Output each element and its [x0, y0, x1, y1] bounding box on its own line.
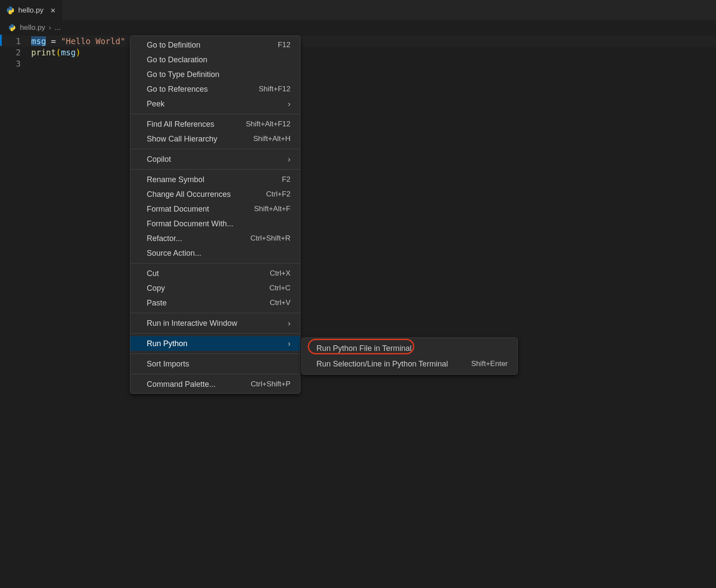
menu-paste[interactable]: PasteCtrl+V [130, 296, 300, 310]
menu-goto-declaration[interactable]: Go to Declaration [130, 52, 300, 67]
chevron-right-icon: › [288, 155, 290, 164]
menu-copy[interactable]: CopyCtrl+C [130, 281, 300, 296]
menu-separator [130, 169, 300, 170]
menu-run-python[interactable]: Run Python› [130, 336, 300, 351]
menu-goto-type-definition[interactable]: Go to Type Definition [130, 67, 300, 82]
run-python-submenu: Run Python File in Terminal Run Selectio… [301, 337, 518, 375]
menu-format-document[interactable]: Format DocumentShift+Alt+F [130, 202, 300, 216]
python-icon [8, 23, 16, 32]
tab-hello-py[interactable]: hello.py × [0, 0, 63, 20]
menu-find-all-references[interactable]: Find All ReferencesShift+Alt+F12 [130, 117, 300, 132]
chevron-right-icon: › [288, 339, 290, 348]
submenu-run-file-in-terminal[interactable]: Run Python File in Terminal [302, 341, 517, 356]
menu-goto-definition[interactable]: Go to DefinitionF12 [130, 38, 300, 52]
tab-bar: hello.py × [0, 0, 716, 21]
submenu-run-selection-in-terminal[interactable]: Run Selection/Line in Python Terminal Sh… [302, 356, 517, 372]
menu-source-action[interactable]: Source Action... [130, 246, 300, 260]
menu-peek[interactable]: Peek› [130, 96, 300, 111]
code-editor[interactable]: 1 msg = "Hello World" 2 print(msg) 3 [0, 35, 716, 69]
menu-run-interactive-window[interactable]: Run in Interactive Window› [130, 316, 300, 331]
line-number: 2 [0, 47, 31, 58]
code-line-3[interactable]: 3 [0, 58, 716, 69]
line-number: 3 [0, 58, 31, 69]
menu-show-call-hierarchy[interactable]: Show Call HierarchyShift+Alt+H [130, 132, 300, 146]
code-line-1[interactable]: 1 msg = "Hello World" [0, 35, 716, 47]
menu-separator [130, 353, 300, 354]
line-number: 1 [0, 35, 31, 47]
menu-rename-symbol[interactable]: Rename SymbolF2 [130, 172, 300, 187]
menu-cut[interactable]: CutCtrl+X [130, 266, 300, 281]
menu-separator [130, 263, 300, 263]
python-icon [6, 6, 15, 15]
context-menu: Go to DefinitionF12 Go to Declaration Go… [130, 35, 300, 394]
menu-goto-references[interactable]: Go to ReferencesShift+F12 [130, 82, 300, 96]
menu-refactor[interactable]: Refactor...Ctrl+Shift+R [130, 231, 300, 246]
close-icon[interactable]: × [50, 6, 57, 15]
menu-separator [130, 333, 300, 334]
chevron-right-icon: › [49, 23, 52, 32]
code-line-2[interactable]: 2 print(msg) [0, 47, 716, 58]
menu-command-palette[interactable]: Command Palette...Ctrl+Shift+P [130, 377, 300, 392]
chevron-right-icon: › [288, 319, 290, 328]
chevron-right-icon: › [288, 100, 290, 109]
menu-separator [130, 313, 300, 313]
breadcrumb[interactable]: hello.py › ... [0, 21, 716, 35]
menu-change-all-occurrences[interactable]: Change All OccurrencesCtrl+F2 [130, 187, 300, 202]
menu-copilot[interactable]: Copilot› [130, 152, 300, 167]
breadcrumb-ellipsis: ... [55, 23, 61, 32]
menu-format-document-with[interactable]: Format Document With... [130, 216, 300, 231]
menu-separator [130, 374, 300, 374]
menu-separator [130, 114, 300, 114]
breadcrumb-file: hello.py [20, 23, 45, 32]
line-decoration [0, 35, 2, 46]
menu-separator [130, 149, 300, 149]
menu-sort-imports[interactable]: Sort Imports [130, 357, 300, 371]
tab-label: hello.py [18, 6, 44, 15]
